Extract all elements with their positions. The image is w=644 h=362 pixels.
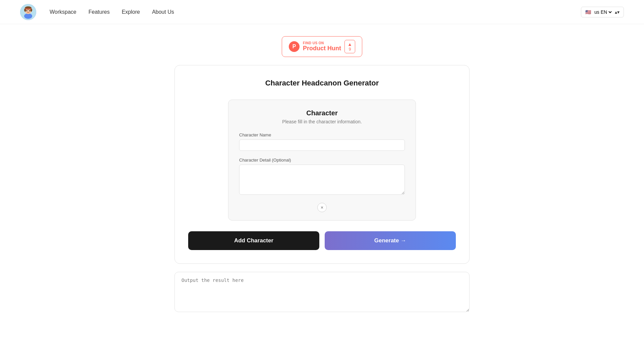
character-card: Character Please fill in the character i… bbox=[228, 100, 416, 221]
main-content: Character Headcanon Generator Character … bbox=[161, 65, 483, 313]
flag-icon: 🇺🇸 bbox=[585, 9, 591, 15]
ph-name: Product Hunt bbox=[303, 45, 341, 52]
character-card-subtitle: Please fill in the character information… bbox=[239, 119, 405, 124]
nav-explore[interactable]: Explore bbox=[122, 9, 140, 15]
ph-icon: P bbox=[289, 41, 300, 52]
character-name-label: Character Name bbox=[239, 132, 405, 137]
language-dropdown[interactable]: us EN ko KR ja JP bbox=[593, 9, 613, 15]
generator-card: Character Headcanon Generator Character … bbox=[174, 65, 470, 264]
svg-rect-8 bbox=[25, 8, 32, 9]
remove-character-button[interactable]: × bbox=[317, 203, 327, 212]
nav-workspace[interactable]: Workspace bbox=[50, 9, 76, 15]
remove-character-area: × bbox=[239, 203, 405, 212]
product-hunt-badge[interactable]: P FIND US ON Product Hunt ▲ 9 bbox=[282, 36, 362, 57]
logo-icon bbox=[20, 4, 36, 20]
generator-title: Character Headcanon Generator bbox=[188, 79, 456, 87]
output-section bbox=[174, 272, 470, 313]
svg-point-1 bbox=[24, 13, 32, 19]
nav-links: Workspace Features Explore About Us bbox=[50, 9, 581, 15]
character-detail-label: Character Detail (Optional) bbox=[239, 158, 405, 163]
action-buttons: Add Character Generate → bbox=[188, 231, 456, 250]
character-card-title: Character bbox=[239, 109, 405, 117]
nav-features[interactable]: Features bbox=[89, 9, 110, 15]
character-detail-field: Character Detail (Optional) bbox=[239, 158, 405, 196]
character-name-input[interactable] bbox=[239, 139, 405, 151]
ph-upvote-badge[interactable]: ▲ 9 bbox=[344, 40, 355, 53]
chevron-down-icon: ▴▾ bbox=[615, 9, 620, 15]
ph-letter: P bbox=[292, 44, 296, 50]
language-selector[interactable]: 🇺🇸 us EN ko KR ja JP ▴▾ bbox=[581, 7, 624, 17]
logo-area bbox=[20, 4, 36, 20]
ph-text: FIND US ON Product Hunt bbox=[303, 41, 341, 52]
ph-find-us-label: FIND US ON bbox=[303, 41, 341, 45]
ph-upvote-arrow-icon: ▲ bbox=[347, 42, 352, 47]
generate-button[interactable]: Generate → bbox=[325, 231, 456, 250]
svg-point-6 bbox=[26, 10, 28, 11]
output-textarea[interactable] bbox=[174, 272, 470, 312]
character-detail-textarea[interactable] bbox=[239, 165, 405, 195]
product-hunt-banner: P FIND US ON Product Hunt ▲ 9 bbox=[0, 36, 644, 57]
add-character-button[interactable]: Add Character bbox=[188, 231, 319, 250]
navbar: Workspace Features Explore About Us 🇺🇸 u… bbox=[0, 0, 644, 24]
character-name-field: Character Name bbox=[239, 132, 405, 151]
svg-point-7 bbox=[29, 10, 30, 11]
ph-upvote-count: 9 bbox=[349, 47, 351, 52]
nav-about[interactable]: About Us bbox=[152, 9, 174, 15]
